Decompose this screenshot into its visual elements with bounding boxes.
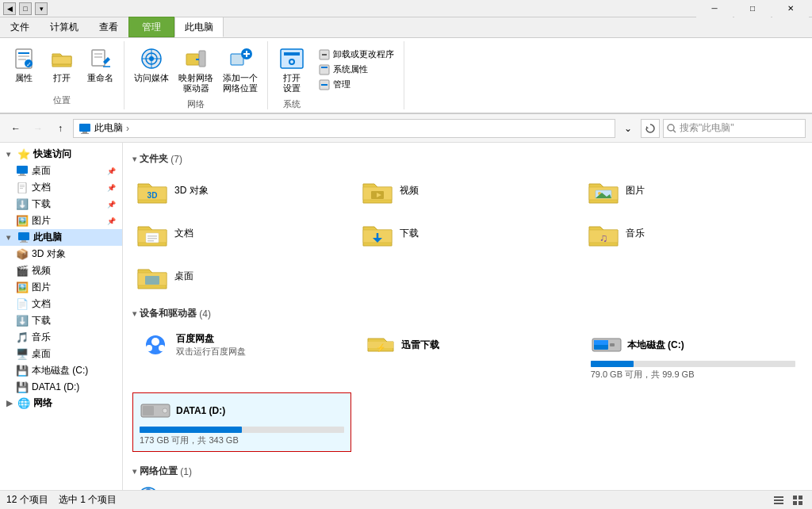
pictures-label: 图片 xyxy=(32,214,51,228)
svg-rect-47 xyxy=(20,242,28,243)
sidebar-item-pictures[interactable]: 🖼️ 图片 📌 xyxy=(0,212,122,229)
sidebar-item-downloads[interactable]: ⬇️ 下载 📌 xyxy=(0,196,122,212)
folder-item-3d[interactable]: 3D 3D 对象 xyxy=(132,172,351,209)
file-area: ▾ 文件夹 (7) 3D 3D 对象 xyxy=(123,143,812,490)
ribbon-btn-settings[interactable]: 打开设置 xyxy=(274,44,309,95)
c-icon: 💾 xyxy=(16,365,29,377)
folder-icon-video xyxy=(362,176,393,205)
tab-view[interactable]: 查看 xyxy=(89,17,128,37)
sidebar-item-pics[interactable]: 🖼️ 图片 xyxy=(0,279,122,296)
address-path[interactable]: 此电脑 › xyxy=(73,119,615,138)
sidebar-item-d[interactable]: 💾 DATA1 (D:) xyxy=(0,379,122,395)
folder-item-video[interactable]: 视频 xyxy=(358,172,576,209)
svg-rect-70 xyxy=(610,343,615,346)
d-drive-header: DATA1 (D:) xyxy=(140,398,344,423)
network-label: 网络 xyxy=(33,396,52,410)
tab-manage[interactable]: 管理 xyxy=(128,17,174,37)
ribbon-btn-add-location[interactable]: 添加一个网络位置 xyxy=(220,44,261,95)
baidu-name: 百度网盘 xyxy=(176,332,246,346)
dl-label: 下载 xyxy=(32,314,51,327)
desktop-icon xyxy=(16,165,29,178)
view-btn-grid[interactable] xyxy=(790,493,806,507)
up-button[interactable]: ↑ xyxy=(51,119,70,138)
folder-icon-documents xyxy=(136,219,168,247)
drive-item-c[interactable]: 本地磁盘 (C:) 79.0 GB 可用，共 99.9 GB xyxy=(584,327,802,386)
svg-point-65 xyxy=(159,345,165,351)
address-dropdown[interactable]: ⌄ xyxy=(619,119,638,138)
minimize-button[interactable]: ─ xyxy=(696,0,733,17)
rename-label: 重命名 xyxy=(87,73,113,83)
svg-rect-1 xyxy=(18,52,29,54)
folder-item-downloads[interactable]: 下载 xyxy=(358,215,576,251)
ribbon-btn-properties[interactable]: ✓ 属性 xyxy=(6,44,41,85)
svg-rect-82 xyxy=(774,503,783,504)
network-section-title[interactable]: ▾ 网络位置 (1) xyxy=(123,461,812,481)
quick-access-icon: ⭐ xyxy=(17,148,30,161)
drive-item-d[interactable]: DATA1 (D:) 173 GB 可用，共 343 GB xyxy=(132,392,351,452)
network-arrow: ▶ xyxy=(6,399,14,408)
back-button[interactable]: ← xyxy=(6,119,25,138)
ribbon-btn-media[interactable]: 访问媒体 xyxy=(131,44,172,85)
maximize-button[interactable]: □ xyxy=(734,0,771,17)
folder-item-pictures[interactable]: 图片 xyxy=(584,172,802,209)
ribbon-group-network: 访问媒体 映射网络驱动器 xyxy=(124,41,268,109)
tab-computer[interactable]: 计算机 xyxy=(40,17,89,37)
drive-item-thunder[interactable]: ⚡ 迅雷下载 xyxy=(358,327,576,386)
ribbon-btn-map-drive[interactable]: 映射网络驱动器 xyxy=(175,44,216,95)
ribbon-btn-sys-props[interactable]: 系统属性 xyxy=(316,63,397,76)
view-btn-list[interactable] xyxy=(771,493,787,507)
sidebar-item-quick-access[interactable]: ▾ ⭐ 快速访问 xyxy=(0,146,122,163)
c-progress-fill xyxy=(591,361,634,367)
ribbon-btn-rename[interactable]: 重命名 xyxy=(82,44,117,85)
sidebar-item-desktop[interactable]: 桌面 📌 xyxy=(0,163,122,179)
devices-chevron: ▾ xyxy=(132,309,136,318)
network-item-0[interactable]: wbqc1134@163.com xyxy=(123,481,812,490)
quick-access-btn2[interactable]: □ xyxy=(19,2,32,15)
docs-label: 文档 xyxy=(32,297,51,311)
folder-icon-desktop xyxy=(136,262,168,290)
sidebar-item-network[interactable]: ▶ 🌐 网络 xyxy=(0,395,122,411)
quick-access-btn[interactable]: ◀ xyxy=(3,2,16,15)
sidebar-item-dl[interactable]: ⬇️ 下载 xyxy=(0,312,122,329)
refresh-button[interactable] xyxy=(641,119,660,138)
network-icon: 🌐 xyxy=(17,397,30,410)
c-drive-info: 79.0 GB 可用，共 99.9 GB xyxy=(591,369,795,381)
devices-section-title[interactable]: ▾ 设备和驱动器 (4) xyxy=(123,304,812,323)
sidebar-item-documents[interactable]: 文档 📌 xyxy=(0,179,122,196)
close-button[interactable]: ✕ xyxy=(772,0,809,17)
svg-rect-29 xyxy=(321,67,327,68)
forward-button[interactable]: → xyxy=(29,119,48,138)
folder-item-desktop[interactable]: 桌面 xyxy=(132,258,351,294)
svg-point-64 xyxy=(146,345,152,351)
status-left: 12 个项目 选中 1 个项目 xyxy=(6,493,117,507)
sidebar-item-docs[interactable]: 📄 文档 xyxy=(0,296,122,312)
folders-section-title[interactable]: ▾ 文件夹 (7) xyxy=(123,149,812,169)
downloads-label: 下载 xyxy=(32,197,51,211)
status-right xyxy=(771,493,806,507)
dsk-label: 桌面 xyxy=(32,347,51,361)
media-icon xyxy=(139,46,164,71)
drive-grid: 百度网盘 双击运行百度网盘 ⚡ 迅雷下载 xyxy=(123,323,812,461)
sidebar-item-dsk[interactable]: 🖥️ 桌面 xyxy=(0,346,122,362)
properties-icon: ✓ xyxy=(11,46,36,71)
ribbon-btn-open[interactable]: 打开 xyxy=(44,44,79,85)
folder-item-documents[interactable]: 文档 xyxy=(132,215,351,251)
ribbon-btn-uninstall[interactable]: 卸载或更改程序 xyxy=(316,48,397,61)
search-box[interactable]: 搜索"此电脑" xyxy=(663,119,806,138)
sidebar-item-c[interactable]: 💾 本地磁盘 (C:) xyxy=(0,362,122,379)
folder-item-music[interactable]: ♫ 音乐 xyxy=(584,215,802,251)
tab-this-pc[interactable]: 此电脑 xyxy=(174,17,224,37)
pics-label: 图片 xyxy=(32,281,51,294)
svg-rect-34 xyxy=(81,133,89,134)
sidebar-item-this-pc[interactable]: ▾ 此电脑 xyxy=(0,229,122,246)
folder-icon-3d: 3D xyxy=(136,176,168,205)
thunder-icon: ⚡ xyxy=(365,332,396,358)
sidebar-item-3d[interactable]: 📦 3D 对象 xyxy=(0,246,122,262)
ribbon-group-system: 打开设置 系统 卸载或更改程序 系统属性 管理 xyxy=(268,41,404,109)
sidebar-item-music[interactable]: 🎵 音乐 xyxy=(0,329,122,346)
tab-file[interactable]: 文件 xyxy=(0,17,40,37)
sidebar-item-video[interactable]: 🎬 视频 xyxy=(0,262,122,279)
ribbon-btn-manage[interactable]: 管理 xyxy=(316,78,397,91)
quick-access-btn3[interactable]: ▾ xyxy=(35,2,48,15)
drive-item-baidu[interactable]: 百度网盘 双击运行百度网盘 xyxy=(132,327,351,386)
